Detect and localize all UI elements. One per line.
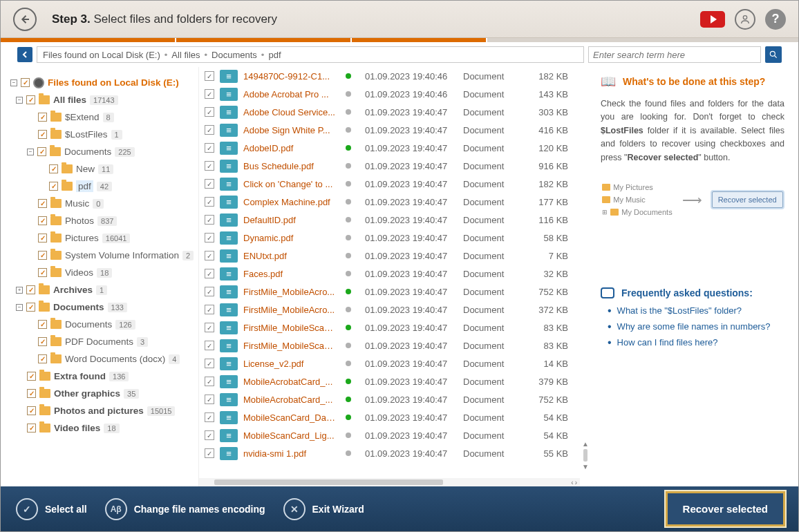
file-checkbox[interactable] (205, 359, 214, 368)
tree-checkbox[interactable] (38, 320, 47, 329)
exit-wizard-button[interactable]: ✕ Exit Wizard (283, 498, 364, 520)
tree-checkbox[interactable] (26, 303, 35, 312)
tree-checkbox[interactable] (38, 354, 47, 363)
recover-selected-button[interactable]: Recover selected (668, 493, 783, 524)
tree-toggle[interactable]: − (16, 97, 23, 104)
tree-toggle[interactable]: + (16, 287, 23, 294)
tree-toggle[interactable]: − (16, 304, 23, 311)
file-row[interactable]: Dynamic.pdf01.09.2023 19:40:47Document58… (199, 229, 591, 247)
tree-checkbox[interactable] (21, 78, 30, 87)
tree-node[interactable]: Pictures16041 (10, 229, 194, 247)
file-row[interactable]: Click on 'Change' to ...01.09.2023 19:40… (199, 175, 591, 193)
file-checkbox[interactable] (205, 143, 214, 153)
file-checkbox[interactable] (205, 395, 214, 404)
tree-node[interactable]: Photos837 (10, 212, 194, 229)
file-checkbox[interactable] (205, 233, 214, 243)
tree-toggle[interactable]: − (27, 149, 34, 155)
horizontal-scrollbar[interactable]: ‹› (199, 478, 580, 486)
breadcrumb-back-button[interactable] (17, 47, 32, 62)
breadcrumb-part[interactable]: Files found on Local Disk (E:) (43, 50, 160, 60)
file-row[interactable]: ENUtxt.pdf01.09.2023 19:40:47Document7 K… (199, 247, 591, 265)
tree-checkbox[interactable] (38, 130, 47, 139)
file-row[interactable]: FirstMile_MobileAcro...01.09.2023 19:40:… (199, 301, 591, 319)
file-checkbox[interactable] (205, 197, 214, 207)
tree-node[interactable]: Other graphics35 (10, 385, 194, 402)
tree-checkbox[interactable] (38, 199, 47, 208)
tree-checkbox[interactable] (27, 372, 36, 381)
file-checkbox[interactable] (205, 89, 214, 99)
scroll-indicator[interactable]: ▲▼ (581, 440, 590, 471)
tree-checkbox[interactable] (27, 424, 36, 433)
file-checkbox[interactable] (205, 377, 214, 386)
file-row[interactable]: Adobe Acrobat Pro ...01.09.2023 19:40:46… (199, 85, 591, 103)
file-checkbox[interactable] (205, 269, 214, 278)
file-checkbox[interactable] (205, 412, 214, 422)
breadcrumb-part[interactable]: All files (171, 50, 200, 60)
tree-node[interactable]: $Extend8 (10, 108, 194, 126)
file-row[interactable]: Faces.pdf01.09.2023 19:40:47Document32 K… (199, 265, 591, 283)
back-button[interactable] (13, 8, 37, 31)
tree-node[interactable]: $LostFiles1 (10, 126, 194, 143)
file-checkbox[interactable] (205, 215, 214, 225)
tree-toggle[interactable]: − (10, 79, 17, 86)
folder-tree[interactable]: −Files found on Local Disk (E:)−All file… (1, 67, 198, 486)
search-input[interactable] (588, 46, 761, 63)
tree-checkbox[interactable] (26, 95, 35, 104)
file-row[interactable]: Bus Schedule.pdf01.09.2023 19:40:47Docum… (199, 157, 591, 175)
file-row[interactable]: Adobe Sign White P...01.09.2023 19:40:47… (199, 121, 591, 139)
file-row[interactable]: FirstMile_MobileScan...01.09.2023 19:40:… (199, 336, 591, 354)
youtube-icon[interactable] (700, 11, 725, 28)
breadcrumb[interactable]: Files found on Local Disk (E:)•All files… (37, 46, 584, 63)
tree-checkbox[interactable] (26, 285, 35, 294)
file-row[interactable]: FirstMile_MobileAcro...01.09.2023 19:40:… (199, 283, 591, 301)
tree-checkbox[interactable] (27, 406, 36, 415)
file-checkbox[interactable] (205, 161, 214, 171)
tree-node[interactable]: PDF Documents3 (10, 333, 194, 350)
tree-checkbox[interactable] (27, 389, 36, 398)
file-checkbox[interactable] (205, 107, 214, 117)
tree-checkbox[interactable] (38, 113, 47, 122)
tree-node[interactable]: New11 (10, 160, 194, 178)
file-checkbox[interactable] (205, 71, 214, 81)
file-checkbox[interactable] (205, 125, 214, 135)
file-row[interactable]: MobileAcrobatCard_...01.09.2023 19:40:47… (199, 390, 591, 408)
file-row[interactable]: FirstMile_MobileScan...01.09.2023 19:40:… (199, 319, 591, 336)
tree-node[interactable]: Word Documents (docx)4 (10, 350, 194, 368)
tree-checkbox[interactable] (38, 337, 47, 346)
tree-node[interactable]: pdf42 (10, 178, 194, 195)
tree-node[interactable]: −Documents225 (10, 143, 194, 160)
tree-node[interactable]: Photos and pictures15015 (10, 402, 194, 419)
tree-checkbox[interactable] (38, 251, 47, 260)
breadcrumb-part[interactable]: pdf (268, 50, 281, 60)
file-row[interactable]: nvidia-smi 1.pdf01.09.2023 19:40:47Docum… (199, 444, 591, 462)
select-all-button[interactable]: ✓ Select all (16, 498, 87, 520)
file-row[interactable]: AdobeID.pdf01.09.2023 19:40:47Document12… (199, 139, 591, 157)
file-row[interactable]: 1494870C-9912-C1...01.09.2023 19:40:46Do… (199, 67, 591, 85)
tree-checkbox[interactable] (38, 268, 47, 277)
file-row[interactable]: Adobe Cloud Service...01.09.2023 19:40:4… (199, 103, 591, 121)
file-checkbox[interactable] (205, 287, 214, 296)
file-row[interactable]: MobileScanCard_Dar...01.09.2023 19:40:47… (199, 408, 591, 426)
tree-node[interactable]: Videos18 (10, 264, 194, 281)
file-checkbox[interactable] (205, 305, 214, 314)
file-row[interactable]: Complex Machine.pdf01.09.2023 19:40:47Do… (199, 193, 591, 211)
tree-checkbox[interactable] (38, 234, 47, 243)
faq-link[interactable]: Why are some file names in numbers? (608, 321, 784, 332)
file-row[interactable]: DefaultID.pdf01.09.2023 19:40:47Document… (199, 211, 591, 229)
tree-node[interactable]: Extra found136 (10, 368, 194, 385)
file-checkbox[interactable] (205, 179, 214, 189)
faq-link[interactable]: What is the "$LostFiles" folder? (608, 305, 784, 316)
search-button[interactable] (765, 46, 782, 63)
file-checkbox[interactable] (205, 341, 214, 350)
tree-checkbox[interactable] (37, 147, 46, 156)
breadcrumb-part[interactable]: Documents (212, 50, 257, 60)
tree-node[interactable]: System Volume Information2 (10, 247, 194, 264)
tree-node[interactable]: −Documents133 (10, 298, 194, 316)
tree-node[interactable]: Music0 (10, 195, 194, 212)
tree-node[interactable]: +Archives1 (10, 281, 194, 298)
file-row[interactable]: MobileAcrobatCard_...01.09.2023 19:40:47… (199, 372, 591, 390)
tree-node[interactable]: −All files17143 (10, 91, 194, 108)
file-checkbox[interactable] (205, 448, 214, 458)
tree-checkbox[interactable] (49, 164, 58, 173)
tree-node[interactable]: −Files found on Local Disk (E:) (10, 74, 194, 91)
